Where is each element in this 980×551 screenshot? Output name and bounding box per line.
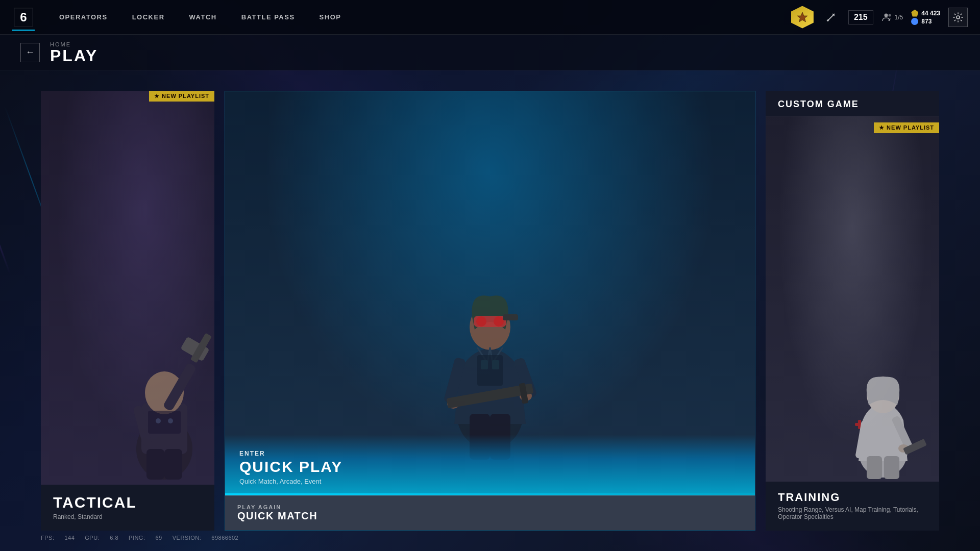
players-count[interactable]: 1/5 [881,12,903,23]
svg-rect-17 [148,411,181,434]
svg-rect-16 [164,449,182,480]
level-fraction: 1/5 [895,14,903,21]
card-tactical[interactable]: ★ New Playlist [41,91,214,531]
performance-bar: FPS: 144 GPU: 6.8 PING: 69 VERSION: 6986… [41,535,238,541]
tactical-card-image: ★ New Playlist [41,91,214,485]
currency-block: 44 423 873 [911,10,940,25]
back-button[interactable]: ← [20,43,40,62]
version-label: VERSION: [173,535,202,541]
svg-rect-25 [503,314,518,320]
svg-rect-36 [492,360,499,369]
svg-point-7 [957,16,960,19]
training-new-playlist-badge: ★ New Playlist [874,122,939,133]
nav-right: 215 1/5 44 423 873 [791,6,968,29]
nav-item-watch[interactable]: WATCH [177,0,229,35]
nav-item-operators[interactable]: OPERATORS [47,0,120,35]
training-operator-figure [832,339,934,482]
nav-item-shop[interactable]: SHOP [307,0,354,35]
card-quickplay[interactable]: ENTER QUICK PLAY Quick Match, Arcade, Ev… [225,91,755,531]
right-column: CUSTOM GAME ★ New Playlist [766,91,939,531]
custom-game-title: CUSTOM GAME [778,99,927,110]
renown-amount: 873 [921,18,932,25]
fps-label: FPS: [41,535,54,541]
quickplay-card-footer[interactable]: PLAY AGAIN QUICK MATCH [225,495,755,530]
currency-blue: 873 [911,18,940,25]
nav-items: OPERATORS LOCKER WATCH BATTLE PASS SHOP [47,0,791,35]
game-logo[interactable]: 6 [12,6,35,29]
quickplay-card-image: ENTER QUICK PLAY Quick Match, Arcade, Ev… [225,91,755,495]
card-custom-training[interactable]: CUSTOM GAME ★ New Playlist [766,91,939,531]
svg-rect-46 [884,456,899,479]
quickplay-center-info: ENTER QUICK PLAY Quick Match, Arcade, Ev… [225,435,755,495]
tactical-subtitle: Ranked, Standard [53,513,202,520]
training-subtitle: Shooting Range, Versus AI, Map Training,… [778,506,927,520]
nav-item-battlepass[interactable]: BATTLE PASS [229,0,307,35]
svg-point-5 [884,13,888,17]
svg-rect-45 [867,456,882,479]
ping-value: 69 [155,535,162,541]
fps-value: 144 [64,535,75,541]
svg-point-18 [156,418,161,423]
quickplay-enter-label: ENTER [239,450,741,457]
settings-button[interactable] [948,8,968,27]
quickplay-accent-line [225,493,755,495]
page-title-block: HOME PLAY [50,41,98,64]
svg-point-6 [888,14,891,16]
ping-label: PING: [129,535,145,541]
training-title: TRAINING [778,492,927,503]
gpu-label: GPU: [85,535,100,541]
quickplay-title: QUICK PLAY [239,459,741,474]
version-value: 69866602 [211,535,238,541]
quickplay-operator-figure [398,240,582,465]
tactical-card-footer: TACTICAL Ranked, Standard [41,485,214,531]
quickplay-play-again-label: PLAY AGAIN [237,504,743,510]
tactical-title: TACTICAL [53,495,202,510]
currency-gold: 44 423 [911,10,940,17]
custom-game-header: CUSTOM GAME [766,91,939,116]
main-content: ★ New Playlist [0,70,980,551]
rank-badge[interactable] [791,6,814,29]
tactical-operator-figure [103,311,214,485]
quickplay-subtitle: Quick Match, Arcade, Event [239,478,741,485]
sword-icon[interactable] [822,8,840,27]
svg-rect-34 [477,355,503,386]
svg-rect-35 [481,360,488,369]
navbar: 6 OPERATORS LOCKER WATCH BATTLE PASS SHO… [0,0,980,35]
svg-text:6: 6 [20,10,27,24]
svg-rect-15 [146,449,164,480]
svg-point-24 [494,316,504,327]
page-title: PLAY [50,47,98,64]
svg-point-23 [476,316,486,327]
level-display: 215 [848,10,873,24]
quickplay-play-again-title: QUICK MATCH [237,510,743,522]
svg-point-19 [168,418,173,423]
tactical-new-playlist-badge: ★ New Playlist [149,91,214,102]
renown-icon [911,18,918,25]
page-header: ← HOME PLAY [0,35,980,70]
gpu-value: 6.8 [110,535,118,541]
nav-item-locker[interactable]: LOCKER [120,0,177,35]
gold-icon [911,10,918,17]
level-number: 215 [854,13,868,22]
gold-amount: 44 423 [921,10,940,17]
training-card-footer: TRAINING Shooting Range, Versus AI, Map … [766,482,939,531]
training-card-image: ★ New Playlist [766,116,939,482]
